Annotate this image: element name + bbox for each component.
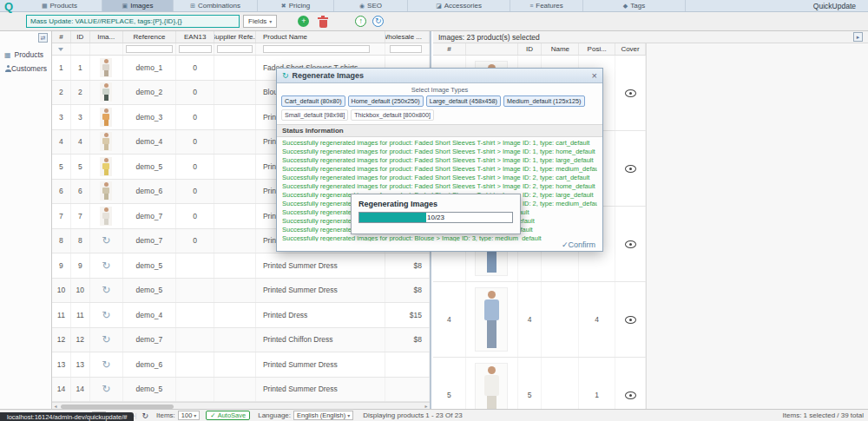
fields-dropdown[interactable]: Fields ▾: [243, 15, 277, 28]
cell-reference: demo_1: [123, 56, 177, 80]
cell-image: [90, 105, 123, 129]
sidebar-collapse-icon[interactable]: ⇄: [38, 33, 48, 43]
image-type-button-unselected[interactable]: Thickbox_default [800x800]: [351, 109, 434, 121]
log-line: Successfully regenerated images for prod…: [282, 156, 597, 165]
column-header-2[interactable]: Ima...: [90, 31, 123, 43]
tab-pricing[interactable]: ✖Pricing: [258, 0, 334, 11]
table-row[interactable]: 1111↻demo_4Printed Dress$15: [52, 303, 430, 328]
scroll-right-icon[interactable]: ▸: [423, 403, 430, 409]
upload-button[interactable]: ↑: [355, 16, 366, 27]
column-header-0[interactable]: #: [52, 31, 71, 43]
image-row[interactable]: 444: [433, 282, 646, 358]
items-per-page-dropdown[interactable]: 100 ▾: [178, 411, 201, 420]
delete-button[interactable]: [317, 16, 329, 28]
cover-eye-icon[interactable]: [625, 240, 636, 248]
cell-supplier-ref: [214, 56, 256, 80]
cell-supplier-ref: [214, 303, 256, 327]
image-type-button-selected[interactable]: Large_default (458x458): [426, 95, 501, 107]
table-row[interactable]: 1212↻demo_7Printed Chiffon Dress$8: [52, 328, 430, 353]
modal-title: Regenerate Images: [293, 71, 365, 80]
items-per-page-label: Items:: [156, 411, 175, 419]
log-line: Successfully regenerated images for prod…: [282, 165, 597, 174]
images-column-header-4[interactable]: Posi...: [579, 43, 615, 55]
filter-input-5[interactable]: [217, 45, 253, 53]
confirm-button[interactable]: ✓Confirm: [562, 240, 595, 249]
cell-ean13: 0: [176, 56, 214, 80]
cell-ean13: 0: [176, 155, 214, 179]
image-row[interactable]: 551: [433, 358, 646, 409]
table-row[interactable]: 1313↻demo_6Printed Summer Dress: [52, 352, 430, 378]
tab-products[interactable]: ▦Products: [17, 0, 102, 11]
tab-bar: ▦Products▣Images⊞Combinations✖Pricing◉SE…: [17, 0, 686, 11]
filter-input-4[interactable]: [179, 45, 212, 53]
cover-eye-icon[interactable]: [625, 391, 636, 399]
images-column-header-1[interactable]: [466, 43, 518, 55]
add-button[interactable]: +: [298, 16, 309, 27]
column-header-7[interactable]: Wholesale ...: [385, 31, 430, 43]
images-column-header-0[interactable]: #: [433, 43, 466, 55]
image-type-button-unselected[interactable]: Small_default [98x98]: [281, 109, 348, 121]
close-icon[interactable]: ×: [592, 71, 597, 81]
image-type-button-selected[interactable]: Home_default (250x250): [348, 95, 424, 107]
pricing-tab-icon: ✖: [281, 3, 286, 10]
tab-tags[interactable]: ◆Tags: [583, 0, 686, 11]
tab-features[interactable]: ≡Features: [510, 0, 583, 11]
tab-accessories[interactable]: ◪Accessories: [408, 0, 510, 11]
images-column-header-5[interactable]: Cover: [615, 43, 646, 55]
cell-num: 8: [52, 229, 71, 253]
refresh-button[interactable]: ↻: [372, 16, 384, 27]
column-header-3[interactable]: Reference: [123, 31, 177, 43]
image-type-button-selected[interactable]: Medium_default (125x125): [503, 95, 585, 107]
cell-supplier-ref: [214, 155, 256, 179]
table-row[interactable]: 99↻demo_5Printed Summer Dress$8: [52, 253, 430, 279]
cell-num: 10: [52, 279, 71, 303]
column-header-1[interactable]: ID: [71, 31, 90, 43]
cell-id: 3: [71, 105, 90, 129]
cell-image: ↻: [90, 378, 123, 402]
scrollbar-thumb[interactable]: [61, 405, 174, 409]
images-column-header-3[interactable]: Name: [542, 43, 579, 55]
filter-funnel-icon[interactable]: [58, 48, 63, 51]
filter-input-7[interactable]: [390, 45, 422, 53]
mass-update-input[interactable]: [26, 15, 240, 28]
horizontal-scrollbar[interactable]: ◂ ▸: [52, 402, 430, 409]
filter-cell-5: [214, 43, 256, 55]
autosave-toggle[interactable]: ✓ AutoSave: [206, 411, 250, 420]
customers-icon: [4, 65, 8, 72]
filter-input-6[interactable]: [263, 45, 370, 53]
tab-seo[interactable]: ◉SEO: [334, 0, 408, 11]
column-header-5[interactable]: Supplier Refe...: [214, 31, 256, 43]
cell-wholesale: $8: [385, 328, 430, 352]
table-row[interactable]: 1414↻demo_5Printed Summer Dress: [52, 378, 430, 403]
sidebar-item-customers[interactable]: Customers: [0, 62, 51, 76]
sidebar-item-label: Products: [15, 50, 44, 59]
column-header-4[interactable]: EAN13: [176, 31, 214, 43]
cell-product-name: Printed Summer Dress: [256, 253, 385, 278]
panel-expand-icon[interactable]: ▸: [853, 32, 863, 42]
tab-label: Products: [50, 2, 78, 10]
image-type-buttons: Cart_default (80x80)Home_default (250x25…: [277, 95, 602, 121]
progress-title: Regenerating Images: [352, 194, 520, 212]
tab-label: Features: [536, 2, 563, 10]
cover-eye-icon[interactable]: [625, 89, 636, 97]
confirm-label: Confirm: [568, 240, 595, 249]
cover-eye-icon[interactable]: [625, 165, 636, 173]
image-type-button-selected[interactable]: Cart_default (80x80): [281, 95, 345, 107]
language-dropdown[interactable]: English (English) ▾: [293, 411, 353, 420]
cover-eye-icon[interactable]: [625, 316, 636, 324]
grid-header: #IDIma...ReferenceEAN13Supplier Refe...P…: [52, 31, 430, 43]
cell-wholesale: $8: [385, 279, 430, 303]
tab-images[interactable]: ▣Images: [102, 0, 174, 11]
images-column-header-2[interactable]: ID: [518, 43, 542, 55]
table-row[interactable]: 1010↻demo_5Printed Summer Dress$8: [52, 279, 430, 304]
reload-grid-icon[interactable]: ↻: [142, 411, 149, 420]
cell-id: 10: [71, 279, 90, 303]
sidebar-item-products[interactable]: ▦ Products: [0, 48, 51, 62]
tab-combinations[interactable]: ⊞Combinations: [174, 0, 258, 11]
images-tab-icon: ▣: [122, 3, 128, 10]
column-header-6[interactable]: Product Name: [256, 31, 385, 43]
cell-reference: demo_4: [123, 130, 177, 155]
filter-input-3[interactable]: [126, 45, 172, 53]
scroll-left-icon[interactable]: ◂: [52, 403, 59, 409]
cell-ean13: 0: [176, 81, 214, 105]
